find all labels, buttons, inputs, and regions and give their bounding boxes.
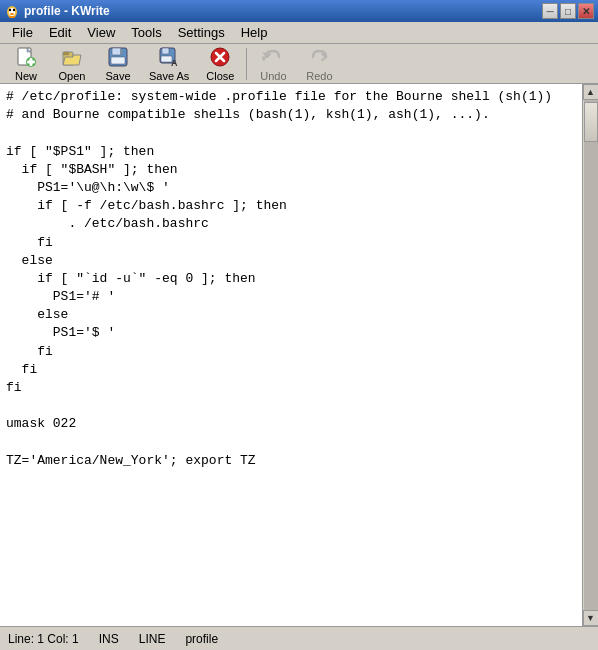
statusbar: Line: 1 Col: 1 INS LINE profile [0,626,598,650]
mode-status: LINE [139,632,166,646]
svg-rect-15 [112,48,121,55]
menu-tools[interactable]: Tools [123,23,169,42]
save-button[interactable]: Save [96,43,140,85]
scroll-down-button[interactable]: ▼ [583,610,599,626]
open-icon [61,46,83,68]
close-button[interactable]: Close [198,43,242,85]
menu-help[interactable]: Help [233,23,276,42]
titlebar: profile - KWrite ─ □ ✕ [0,0,598,22]
scroll-up-button[interactable]: ▲ [583,84,599,100]
minimize-button[interactable]: ─ [542,3,558,19]
saveas-icon: A [158,46,180,68]
svg-rect-6 [12,16,15,18]
titlebar-left: profile - KWrite [4,3,110,19]
open-label: Open [59,70,86,82]
new-button[interactable]: New [4,43,48,85]
svg-rect-13 [63,52,69,55]
close-label: Close [206,70,234,82]
redo-icon [308,46,330,68]
svg-rect-17 [120,49,122,54]
svg-text:A: A [171,58,178,68]
svg-point-3 [13,9,15,11]
menu-settings[interactable]: Settings [170,23,233,42]
ins-status: INS [99,632,119,646]
toolbar: New Open Save [0,44,598,84]
undo-button[interactable]: Undo [251,43,295,85]
titlebar-controls[interactable]: ─ □ ✕ [542,3,594,19]
open-button[interactable]: Open [50,43,94,85]
saveas-label: Save As [149,70,189,82]
save-icon [107,46,129,68]
app-icon [4,3,20,19]
close-window-button[interactable]: ✕ [578,3,594,19]
menu-file[interactable]: File [4,23,41,42]
new-label: New [15,70,37,82]
editor-content[interactable]: # /etc/profile: system-wide .profile fil… [0,84,582,626]
titlebar-title: profile - KWrite [24,4,110,18]
scroll-thumb[interactable] [584,102,598,142]
redo-label: Redo [306,70,332,82]
scroll-track[interactable] [584,100,598,610]
maximize-button[interactable]: □ [560,3,576,19]
svg-rect-16 [111,57,125,64]
new-icon [15,46,37,68]
svg-rect-19 [162,48,169,54]
menubar: File Edit View Tools Settings Help [0,22,598,44]
close-icon [209,46,231,68]
save-label: Save [105,70,130,82]
redo-button[interactable]: Redo [297,43,341,85]
editor-container: # /etc/profile: system-wide .profile fil… [0,84,598,626]
scrollbar[interactable]: ▲ ▼ [582,84,598,626]
svg-rect-11 [27,60,35,63]
filename-status: profile [185,632,218,646]
svg-rect-5 [9,16,12,18]
menu-view[interactable]: View [79,23,123,42]
undo-icon [262,46,284,68]
saveas-button[interactable]: A Save As [142,43,196,85]
undo-label: Undo [260,70,286,82]
svg-point-4 [10,13,14,15]
svg-point-2 [9,9,11,11]
line-col-status: Line: 1 Col: 1 [8,632,79,646]
menu-edit[interactable]: Edit [41,23,79,42]
toolbar-separator [246,48,247,80]
